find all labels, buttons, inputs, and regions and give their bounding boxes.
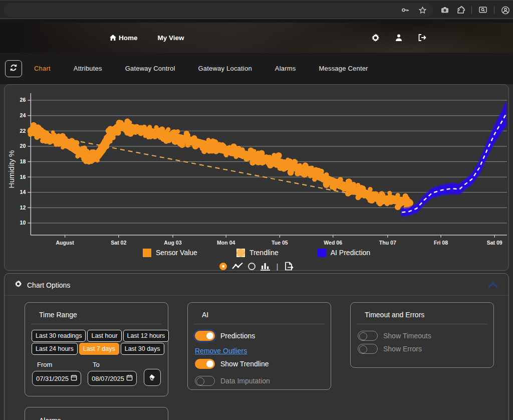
- svg-text:Wed 06: Wed 06: [324, 240, 342, 246]
- show-trendline-toggle[interactable]: [195, 359, 215, 369]
- key-icon[interactable]: [401, 6, 410, 15]
- svg-text:Sat 02: Sat 02: [111, 240, 126, 246]
- chart-options-panel: Chart Options Time Range Last 30 reading…: [4, 273, 509, 420]
- svg-text:26: 26: [20, 97, 26, 103]
- camera-icon[interactable]: [440, 6, 449, 15]
- time-range-last-12-hours[interactable]: Last 12 hours: [123, 330, 169, 342]
- tab-chart[interactable]: Chart: [34, 65, 51, 72]
- profile-icon[interactable]: [501, 6, 510, 15]
- time-range-last-7-days[interactable]: Last 7 days: [79, 343, 119, 355]
- to-date-value: 08/07/2025: [92, 375, 125, 382]
- y-axis-title: Humidity %: [7, 150, 16, 188]
- ai-title: AI: [188, 303, 331, 324]
- time-range-last-hour[interactable]: Last hour: [87, 330, 121, 342]
- address-bar[interactable]: [4, 3, 433, 17]
- sensor-value-swatch: [143, 249, 151, 257]
- svg-text:Tue 05: Tue 05: [272, 240, 288, 246]
- settings-gear-icon[interactable]: [371, 33, 380, 42]
- time-range-last-24-hours[interactable]: Last 24 hours: [32, 343, 78, 355]
- svg-text:16: 16: [20, 174, 26, 180]
- show-errors-label: Show Errors: [383, 345, 422, 353]
- svg-text:10: 10: [20, 220, 26, 226]
- calendar-icon[interactable]: [126, 374, 133, 383]
- nav-home-label: Home: [119, 34, 138, 42]
- humidity-chart[interactable]: 101214161820222426AugustSat 02Aug 03Mon …: [5, 89, 508, 248]
- svg-text:22: 22: [20, 128, 26, 134]
- predictions-toggle-row: Predictions: [195, 331, 324, 341]
- show-timeouts-toggle[interactable]: [358, 331, 378, 341]
- svg-text:Thu 07: Thu 07: [379, 240, 396, 246]
- from-date-value: 07/31/2025: [36, 375, 70, 382]
- from-label: From: [32, 361, 81, 368]
- data-imputation-toggle-row: Data Imputation: [195, 376, 324, 386]
- line-chart-radio[interactable]: [219, 263, 227, 270]
- legend-item-sensor-value[interactable]: Sensor Value: [143, 249, 197, 257]
- svg-text:Sat 09: Sat 09: [487, 240, 502, 246]
- data-imputation-toggle[interactable]: [195, 376, 215, 386]
- chart-options-title: Chart Options: [27, 281, 70, 289]
- star-icon[interactable]: [418, 6, 427, 15]
- tab-message-center[interactable]: Message Center: [319, 65, 368, 72]
- logout-icon[interactable]: [418, 33, 427, 42]
- gear-icon: [15, 280, 22, 290]
- time-range-title: Time Range: [25, 303, 168, 324]
- alarms-card: Alarms: [25, 407, 168, 420]
- show-timeouts-toggle-row: Show Timeouts: [358, 331, 486, 341]
- tab-gateway-control[interactable]: Gateway Control: [125, 65, 175, 72]
- nav-home[interactable]: Home: [108, 33, 138, 42]
- chevron-up-icon[interactable]: [487, 282, 498, 289]
- tab-gateway-location[interactable]: Gateway Location: [198, 65, 252, 72]
- refresh-button[interactable]: [5, 60, 22, 77]
- chart-panel: Humidity % 101214161820222426AugustSat 0…: [4, 84, 509, 271]
- chart-legend: Sensor Value Trendline AI Prediction: [5, 246, 508, 259]
- eraser-icon: [148, 373, 156, 382]
- toolbar-divider: [0, 19, 513, 23]
- timeout-errors-card: Timeout and Errors Show Timeouts Show Er…: [350, 302, 494, 368]
- bar-chart-icon[interactable]: [260, 262, 271, 271]
- timeout-errors-title: Timeout and Errors: [351, 303, 493, 324]
- legend-label: AI Prediction: [331, 249, 370, 257]
- legend-label: Sensor Value: [156, 249, 197, 257]
- screen-search-icon[interactable]: [478, 6, 487, 15]
- predictions-toggle[interactable]: [195, 331, 215, 341]
- bar-chart-radio[interactable]: [248, 263, 255, 270]
- show-trendline-toggle-row: Show Trendline: [195, 359, 324, 369]
- legend-label: Trendline: [249, 249, 279, 257]
- tab-attributes[interactable]: Attributes: [74, 65, 102, 72]
- to-label: To: [88, 361, 137, 368]
- legend-item-ai-prediction[interactable]: AI Prediction: [318, 249, 370, 257]
- svg-text:Aug 03: Aug 03: [164, 240, 181, 246]
- remove-outliers-link[interactable]: Remove Outliers: [195, 347, 247, 355]
- predictions-label: Predictions: [220, 332, 255, 340]
- chart-options-header[interactable]: Chart Options: [5, 274, 508, 296]
- section-tab-bar: Chart Attributes Gateway Control Gateway…: [0, 53, 513, 84]
- calendar-icon[interactable]: [71, 374, 77, 383]
- line-chart-icon[interactable]: [231, 262, 243, 271]
- svg-text:14: 14: [20, 189, 26, 195]
- from-date-input[interactable]: 07/31/2025: [32, 371, 81, 386]
- divider: [494, 6, 494, 14]
- svg-text:Fri 08: Fri 08: [434, 240, 448, 246]
- ai-prediction-swatch: [318, 249, 326, 257]
- time-range-last-30-days[interactable]: Last 30 days: [121, 343, 164, 355]
- to-date-input[interactable]: 08/07/2025: [88, 371, 137, 386]
- browser-toolbar: [0, 0, 513, 19]
- show-errors-toggle[interactable]: [358, 344, 378, 354]
- tab-alarms[interactable]: Alarms: [275, 65, 296, 72]
- user-icon[interactable]: [394, 33, 403, 42]
- home-icon: [108, 33, 117, 42]
- nav-my-view[interactable]: My View: [158, 33, 184, 42]
- legend-item-trendline[interactable]: Trendline: [236, 249, 279, 257]
- app-header: Home My View: [0, 23, 513, 53]
- svg-text:18: 18: [20, 158, 26, 164]
- extensions-icon[interactable]: [456, 6, 465, 15]
- show-errors-toggle-row: Show Errors: [358, 344, 486, 354]
- clear-dates-button[interactable]: [144, 369, 161, 386]
- chart-type-controls: |: [5, 259, 508, 273]
- ai-card: AI Predictions Remove Outliers Show Tren…: [187, 302, 331, 390]
- export-icon[interactable]: [284, 261, 294, 271]
- trendline-swatch: [236, 249, 245, 257]
- svg-text:24: 24: [20, 112, 26, 118]
- time-range-last-30-readings[interactable]: Last 30 readings: [32, 330, 86, 342]
- show-timeouts-label: Show Timeouts: [383, 332, 431, 340]
